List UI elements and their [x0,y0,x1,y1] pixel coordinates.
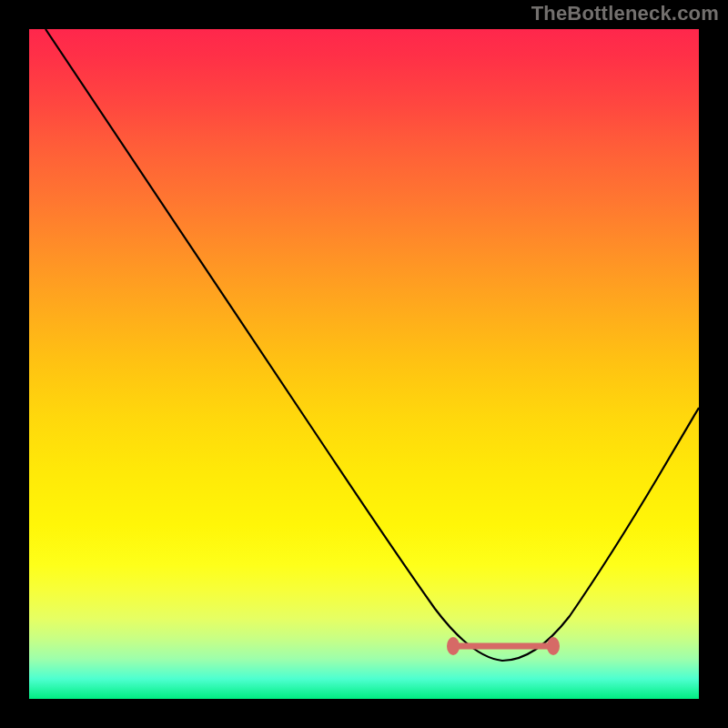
plot-area [29,29,699,699]
watermark-text: TheBottleneck.com [531,2,719,25]
bottleneck-curve [46,29,699,661]
optimal-range-end-dot [547,637,560,655]
chart-frame: TheBottleneck.com [0,0,728,728]
curve-layer [29,29,699,699]
optimal-range-start-dot [447,637,460,655]
